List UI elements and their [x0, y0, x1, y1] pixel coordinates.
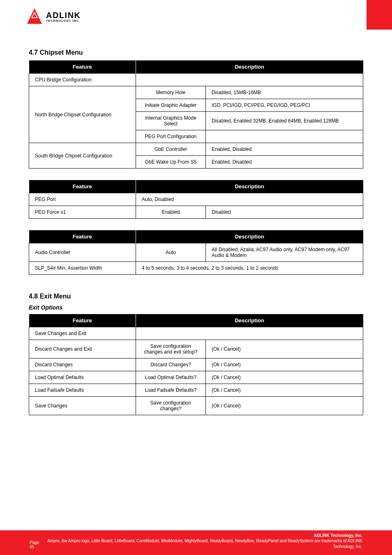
th-feature: Feature: [29, 230, 136, 243]
th-description: Description: [136, 314, 363, 327]
audio-table: Feature Description Audio Controller Aut…: [29, 230, 363, 275]
table-row: Load Failsafe Defaults Load Failsafe Def…: [29, 384, 363, 397]
table-row: PEG Force x1 Enabled Disabled: [29, 206, 363, 219]
logo-sub-text: TECHNOLOGY INC.: [46, 19, 81, 22]
table-row: CPU Bridge Configuration: [29, 74, 363, 86]
footer-company: ADLINK Technology, Inc.: [44, 530, 362, 539]
th-description: Description: [136, 60, 363, 74]
footer-trademarks: Ampro, the Ampro logo, Little Board, Lit…: [44, 538, 362, 549]
peg-table: Feature Description PEG Port Auto, Disab…: [29, 180, 363, 219]
table-row: South Bridge Chipset Configuration GbE C…: [29, 143, 363, 156]
chipset-table: Feature Description CPU Bridge Configura…: [29, 60, 363, 169]
page-content: 4.7 Chipset Menu Feature Description CPU…: [29, 39, 363, 415]
table-row: North Bridge Chipset Configuration Memor…: [29, 86, 363, 99]
th-description: Description: [136, 230, 363, 243]
corner-tab: [367, 0, 392, 30]
table-row: PEG Port Auto, Disabled: [29, 193, 363, 206]
adlink-triangle-icon: [25, 7, 44, 25]
section-exit-sub: Exit Options: [29, 304, 363, 311]
th-feature: Feature: [29, 60, 136, 74]
table-row: Load Optimal Defaults Load Optimal Defau…: [29, 371, 363, 384]
page-number: Page 45: [30, 540, 44, 549]
footer-legal: ADLINK Technology, Inc. Ampro, the Ampro…: [44, 530, 362, 550]
brand-logo: ADLINK TECHNOLOGY INC.: [25, 7, 81, 25]
table-row: Discard Changes Discard Changes? (Ok / C…: [29, 358, 363, 371]
logo-brand-text: ADLINK: [46, 11, 81, 19]
th-description: Description: [136, 180, 363, 193]
table-row: Audio Controller Auto All Disabled, Azal…: [29, 243, 363, 262]
th-feature: Feature: [29, 180, 136, 193]
table-row: Discard Changes and Exit Save configurat…: [29, 340, 363, 358]
exit-table: Feature Description Save Changes and Exi…: [29, 314, 363, 415]
section-chipset-title: 4.7 Chipset Menu: [29, 49, 363, 56]
table-row: SLP_S4# Min. Assertion Width 4 to 5 seco…: [29, 262, 363, 275]
page-footer: Page 45 ADLINK Technology, Inc. Ampro, t…: [0, 530, 392, 555]
th-feature: Feature: [29, 314, 136, 327]
section-exit-title: 4.8 Exit Menu: [29, 293, 363, 300]
table-row: Save Changes Save configuration changes?…: [29, 397, 363, 415]
table-row: Save Changes and Exit: [29, 327, 363, 340]
